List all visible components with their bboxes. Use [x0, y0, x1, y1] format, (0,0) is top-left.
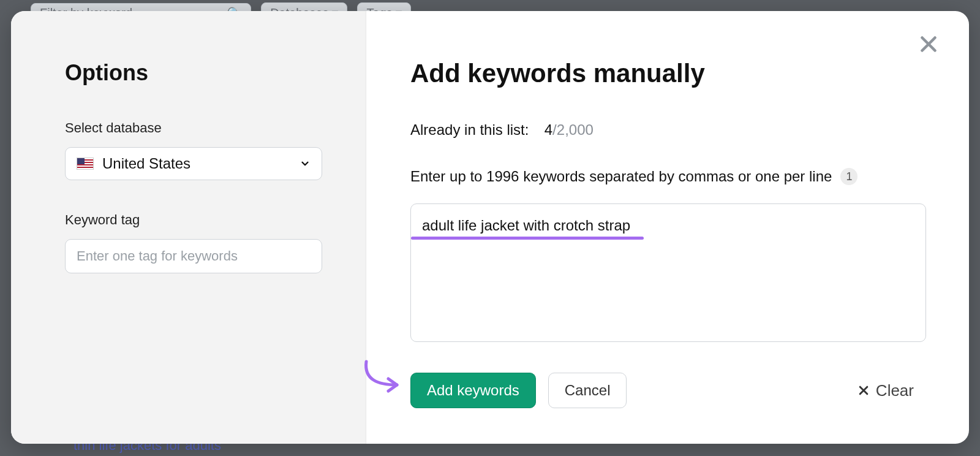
main-panel: Add keywords manually Already in this li…: [366, 11, 969, 444]
add-keywords-modal: Options Select database United States Ke…: [11, 11, 969, 444]
already-current: 4: [545, 121, 552, 138]
already-total: 2,000: [557, 121, 594, 138]
add-keywords-button[interactable]: Add keywords: [410, 373, 536, 408]
chevron-down-icon: [300, 158, 311, 169]
close-icon: [858, 384, 870, 397]
clear-button[interactable]: Clear: [858, 381, 914, 400]
annotation-underline: [411, 237, 644, 240]
database-value: United States: [102, 155, 190, 172]
already-sep: /: [552, 121, 557, 138]
keyword-tag-input[interactable]: [65, 239, 322, 273]
us-flag-icon: [77, 158, 94, 170]
already-label: Already in this list:: [410, 121, 529, 138]
database-select[interactable]: United States: [65, 147, 322, 180]
keyword-tag-label: Keyword tag: [65, 212, 323, 228]
database-label: Select database: [65, 120, 323, 136]
already-in-list-row: Already in this list: 4/2,000: [410, 121, 926, 139]
options-panel: Options Select database United States Ke…: [11, 11, 366, 444]
options-title: Options: [65, 60, 323, 86]
modal-title: Add keywords manually: [410, 59, 926, 88]
cancel-button[interactable]: Cancel: [548, 373, 627, 408]
modal-actions: Add keywords Cancel Clear: [410, 373, 926, 408]
enter-label: Enter up to 1996 keywords separated by c…: [410, 168, 832, 185]
annotation-arrow: [361, 358, 410, 397]
close-button[interactable]: [916, 32, 941, 56]
enter-instruction-row: Enter up to 1996 keywords separated by c…: [410, 168, 926, 185]
close-icon: [918, 33, 940, 55]
entered-count-badge: 1: [840, 168, 858, 185]
clear-label: Clear: [876, 381, 914, 400]
keywords-textarea[interactable]: [410, 203, 926, 342]
